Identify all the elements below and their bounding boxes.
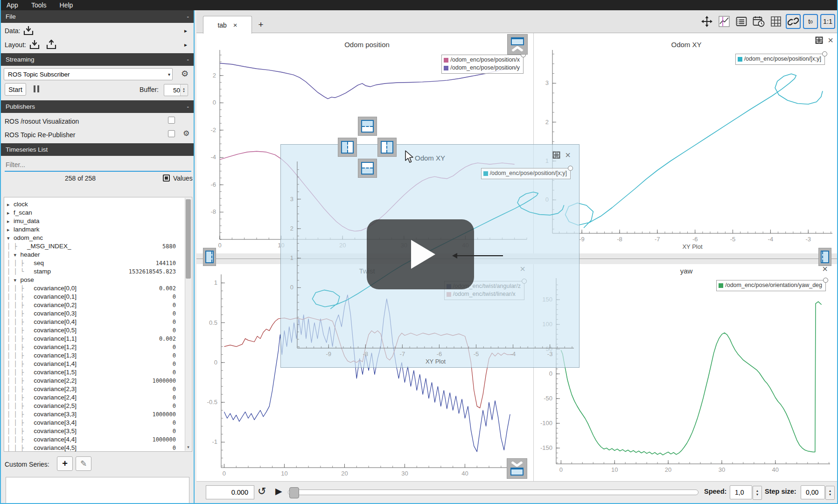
timeline-slider[interactable] — [288, 490, 698, 495]
time-display[interactable]: 0.000 — [206, 485, 254, 499]
republisher-checkbox[interactable] — [168, 130, 175, 137]
section-header-timeseries[interactable]: Timeseries List — [1, 143, 194, 156]
dropzone-left-icon[interactable] — [338, 138, 357, 157]
rosout-checkbox[interactable] — [168, 117, 175, 124]
tree-item[interactable]: │ │ ├ covariance[1,4]0 — [4, 360, 192, 368]
datetime-icon[interactable] — [751, 14, 766, 29]
tree-item[interactable]: │ │ ├ covariance[4,4]1000000 — [4, 435, 192, 444]
tree-item[interactable]: │ │ └ stamp1532618545.823 — [4, 267, 192, 276]
svg-text:-6: -6 — [692, 236, 698, 243]
tab-main[interactable]: tab × — [203, 16, 252, 34]
svg-text:-7: -7 — [400, 350, 405, 357]
tree-item[interactable]: │ │ ├ covariance[1,3]0 — [4, 351, 192, 360]
tree-item[interactable]: │ │ ├ covariance[2,3]0 — [4, 385, 192, 393]
pause-icon[interactable] — [34, 85, 39, 92]
step-size-spinner[interactable]: 0,00 ▴▾ — [801, 485, 825, 499]
tree-item[interactable]: ▸f_scan — [4, 209, 192, 217]
load-layout-icon[interactable] — [29, 40, 40, 50]
plot-legend[interactable]: /odom_enc/pose/position/[x;y] — [735, 54, 825, 65]
section-header-file[interactable]: File - — [1, 10, 194, 23]
section-header-publishers[interactable]: Publishers - — [1, 100, 194, 113]
plot-legend[interactable]: /odom_enc/pose/orientation/yaw_deg — [716, 280, 826, 291]
tree-item[interactable]: │ │ ├ covariance[3,4]0 — [4, 419, 192, 427]
close-icon[interactable]: × — [822, 265, 828, 273]
play-button[interactable]: ▶ — [275, 486, 282, 497]
timeseries-section-title: Timeseries List — [6, 146, 48, 153]
buffer-spinner[interactable]: 50 ▴▾ — [164, 84, 188, 96]
tree-scrollbar[interactable]: ▾ — [185, 198, 191, 451]
tree-item[interactable]: │ │ ├ covariance[3,5]0 — [4, 427, 192, 435]
start-button[interactable]: Start — [5, 83, 26, 96]
collapse-icon[interactable]: - — [187, 56, 189, 63]
collapse-icon[interactable]: - — [187, 13, 189, 20]
tree-item[interactable]: ▸landmark — [4, 225, 192, 234]
scroll-down-icon[interactable]: ▾ — [185, 444, 191, 451]
tree-item[interactable]: │ ▾pose — [4, 276, 192, 284]
menu-help[interactable]: Help — [53, 1, 80, 9]
tree-item[interactable]: │ │ ├ covariance[0,3]0 — [4, 309, 192, 318]
close-icon[interactable]: × — [828, 36, 833, 44]
tree-item[interactable]: ▸imu_data — [4, 217, 192, 225]
streaming-source-select[interactable]: ROS Topic Subscriber ▾ — [4, 68, 173, 80]
menu-tools[interactable]: Tools — [25, 1, 53, 9]
dropzone-left-edge-icon[interactable] — [203, 248, 216, 266]
plot-legend[interactable]: /odom_enc/pose/position/x/odom_enc/pose/… — [441, 55, 524, 74]
tree-item[interactable]: │ ├ _MSG_INDEX_5880 — [4, 242, 192, 251]
menu-app[interactable]: App — [0, 1, 25, 9]
section-header-streaming[interactable]: Streaming - — [1, 53, 194, 66]
dropzone-right-edge-icon[interactable] — [818, 248, 831, 266]
video-play-overlay[interactable] — [367, 219, 474, 289]
tree-item[interactable]: │ │ ├ covariance[3,3]1000000 — [4, 410, 192, 419]
tree-item[interactable]: │ │ ├ covariance[1,2]0 — [4, 343, 192, 351]
dropzone-tab-bottom-icon[interactable] — [507, 458, 527, 479]
curve-tracker-icon[interactable] — [717, 14, 732, 29]
custom-series-list[interactable] — [6, 477, 189, 504]
data-submenu-icon[interactable]: ▸ — [184, 28, 187, 34]
time-offset-button[interactable]: to — [803, 14, 818, 29]
tree-item[interactable]: ▸clock — [4, 200, 192, 209]
ratio-1-1-button[interactable]: 1:1 — [820, 14, 835, 29]
tree-item[interactable]: │ │ ├ covariance[1,1]0.002 — [4, 335, 192, 343]
link-axes-icon[interactable] — [786, 14, 801, 29]
new-tab-button[interactable]: + — [254, 19, 267, 31]
dropzone-top-icon[interactable] — [358, 117, 377, 136]
tree-item[interactable]: │ │ ├ covariance[1,5]0 — [4, 368, 192, 377]
save-layout-icon[interactable] — [46, 40, 57, 50]
tree-item[interactable]: │ │ ├ covariance[2,2]1000000 — [4, 377, 192, 385]
layout-submenu-icon[interactable]: ▸ — [184, 42, 187, 48]
dropzone-bottom-icon[interactable] — [358, 159, 377, 178]
tree-item[interactable]: │ │ ├ covariance[0,4]0 — [4, 318, 192, 326]
streaming-settings-gear-icon[interactable]: ⚙ — [178, 68, 191, 79]
timeseries-tree[interactable]: ▸clock▸f_scan▸imu_data▸landmark▾odom_enc… — [4, 197, 192, 452]
tree-item[interactable]: │ │ ├ covariance[0,0]0.002 — [4, 284, 192, 293]
load-data-icon[interactable] — [23, 26, 34, 36]
filter-input[interactable] — [5, 159, 191, 172]
tree-item[interactable]: │ │ ├ covariance[4,5]0 — [4, 444, 192, 452]
tree-item[interactable]: │ │ ├ covariance[0,1]0 — [4, 293, 192, 301]
add-custom-series-button[interactable]: + — [57, 456, 73, 471]
tree-item[interactable]: │ │ ├ covariance[0,5]0 — [4, 326, 192, 335]
republisher-gear-icon[interactable]: ⚙ — [180, 128, 192, 138]
svg-text:-4: -4 — [210, 154, 216, 161]
dropzone-tab-top-icon[interactable] — [507, 34, 528, 55]
speed-spinner[interactable]: 1,0 ▴▾ — [730, 485, 752, 499]
move-tool-icon[interactable] — [699, 14, 714, 29]
slider-handle[interactable] — [289, 487, 299, 498]
tree-item[interactable]: │ ▾header — [4, 251, 192, 259]
loop-icon[interactable]: ↺ — [258, 485, 266, 497]
values-checkbox[interactable] — [163, 175, 170, 182]
close-icon[interactable]: × — [565, 151, 571, 159]
tree-item[interactable]: │ │ ├ covariance[2,5]0 — [4, 402, 192, 410]
list-view-icon[interactable] — [734, 14, 749, 29]
edit-custom-series-icon[interactable]: ✎ — [76, 456, 91, 471]
dropzone-right-icon[interactable] — [377, 138, 397, 157]
collapse-icon[interactable]: - — [187, 103, 189, 110]
tab-close-icon[interactable]: × — [233, 21, 237, 29]
tree-item[interactable]: │ │ ├ seq144110 — [4, 259, 192, 267]
tree-item[interactable]: ▾odom_enc — [4, 234, 192, 242]
tree-item[interactable]: │ │ ├ covariance[0,2]0 — [4, 301, 192, 309]
mouse-cursor — [405, 150, 415, 164]
scrollbar-thumb[interactable] — [186, 199, 191, 279]
tree-item[interactable]: │ │ ├ covariance[2,4]0 — [4, 393, 192, 402]
grid-view-icon[interactable] — [768, 14, 783, 29]
